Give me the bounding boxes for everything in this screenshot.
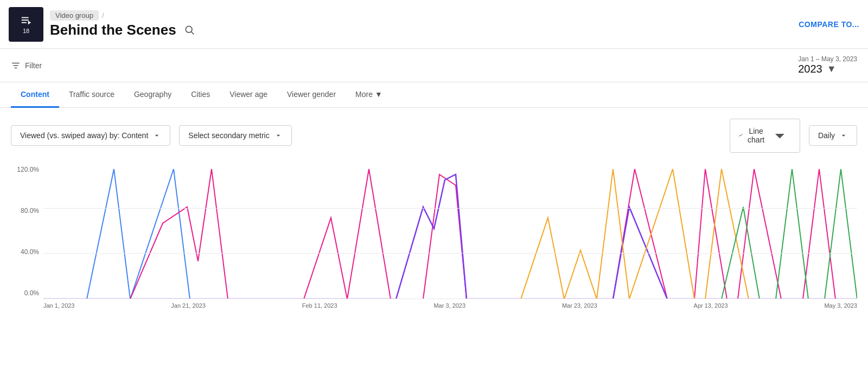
icon-number: 18 <box>23 28 29 34</box>
svg-rect-1 <box>22 20 29 21</box>
x-label-apr13: Apr 13, 2023 <box>694 302 728 309</box>
date-range-year: 2023 <box>798 63 822 75</box>
tab-more-chevron-icon: ▼ <box>375 90 382 99</box>
date-range-label: Jan 1 – May 3, 2023 <box>798 55 857 63</box>
y-label-0: 0.0% <box>11 289 43 297</box>
x-label-feb11: Feb 11, 2023 <box>302 302 337 309</box>
chart-container: 0.0% 40.0% 80.0% 120.0% <box>11 164 857 321</box>
primary-metric-dropdown[interactable]: Viewed (vs. swiped away) by: Content <box>11 125 170 146</box>
compare-to-button[interactable]: COMPARE TO... <box>799 20 859 29</box>
filter-bar: Filter Jan 1 – May 3, 2023 2023 ▼ <box>0 49 868 82</box>
date-range-area: Jan 1 – May 3, 2023 2023 ▼ <box>798 55 857 75</box>
secondary-metric-label: Select secondary metric <box>188 131 269 140</box>
y-label-80: 80.0% <box>11 207 43 215</box>
tab-more[interactable]: More ▼ <box>346 82 392 108</box>
x-label-may3: May 3, 2023 <box>824 302 857 309</box>
chart-area: 0.0% 40.0% 80.0% 120.0% <box>0 158 868 326</box>
breadcrumb-separator: / <box>102 11 104 20</box>
filter-icon <box>11 61 21 70</box>
tabs-bar: Content Traffic source Geography Cities … <box>0 82 868 108</box>
chart-type-label: Line chart <box>748 127 764 144</box>
x-label-jan21: Jan 21, 2023 <box>171 302 206 309</box>
line-chart-icon <box>739 132 743 139</box>
filter-label: Filter <box>25 61 42 70</box>
frequency-chevron-icon <box>839 131 848 140</box>
playlist-icon-box: 18 <box>9 7 43 42</box>
breadcrumb: Video group / <box>50 10 197 21</box>
svg-marker-3 <box>28 21 31 24</box>
svg-point-4 <box>186 26 192 33</box>
y-label-120: 120.0% <box>11 166 43 173</box>
y-label-40: 40.0% <box>11 248 43 256</box>
grid-line-80 <box>43 208 857 209</box>
breadcrumb-parent: Video group <box>50 10 99 21</box>
svg-rect-2 <box>22 22 27 23</box>
frequency-label: Daily <box>818 131 835 140</box>
tab-viewer-gender[interactable]: Viewer gender <box>277 82 346 108</box>
x-label-mar3: Mar 3, 2023 <box>433 302 465 309</box>
frequency-dropdown[interactable]: Daily <box>809 125 857 146</box>
tab-geography[interactable]: Geography <box>124 82 181 108</box>
header: 18 Video group / Behind the Scenes COMPA… <box>0 0 868 49</box>
svg-rect-0 <box>22 17 29 18</box>
tab-content[interactable]: Content <box>11 82 59 108</box>
x-label-jan1: Jan 1, 2023 <box>43 302 75 309</box>
x-label-mar23: Mar 23, 2023 <box>562 302 597 309</box>
tab-viewer-age[interactable]: Viewer age <box>220 82 277 108</box>
tab-more-label: More <box>355 90 373 99</box>
primary-metric-chevron-icon <box>152 131 161 140</box>
search-icon <box>184 24 195 35</box>
date-range-chevron-icon[interactable]: ▼ <box>827 63 837 75</box>
secondary-metric-chevron-icon <box>274 131 283 140</box>
playlist-icon <box>20 15 32 27</box>
secondary-metric-dropdown[interactable]: Select secondary metric <box>179 125 291 146</box>
grid-line-40 <box>43 253 857 254</box>
primary-metric-label: Viewed (vs. swiped away) by: Content <box>20 131 148 140</box>
title-row: Behind the Scenes <box>50 22 197 38</box>
chart-type-dropdown[interactable]: Line chart <box>730 119 800 153</box>
filter-left: Filter <box>11 61 42 70</box>
tab-cities[interactable]: Cities <box>181 82 220 108</box>
tab-traffic-source[interactable]: Traffic source <box>59 82 124 108</box>
search-button[interactable] <box>182 22 197 37</box>
chart-plot <box>43 164 857 299</box>
header-left: 18 Video group / Behind the Scenes <box>9 7 197 42</box>
x-axis: Jan 1, 2023 Jan 21, 2023 Feb 11, 2023 Ma… <box>43 299 857 321</box>
chart-type-chevron-icon <box>769 125 791 147</box>
y-axis: 0.0% 40.0% 80.0% 120.0% <box>11 164 43 299</box>
breadcrumb-area: Video group / Behind the Scenes <box>50 10 197 38</box>
controls-row: Viewed (vs. swiped away) by: Content Sel… <box>0 108 868 158</box>
svg-line-5 <box>191 32 194 35</box>
date-range-year-row: 2023 ▼ <box>798 63 857 75</box>
page-title: Behind the Scenes <box>50 22 176 38</box>
grid-lines <box>43 164 857 299</box>
